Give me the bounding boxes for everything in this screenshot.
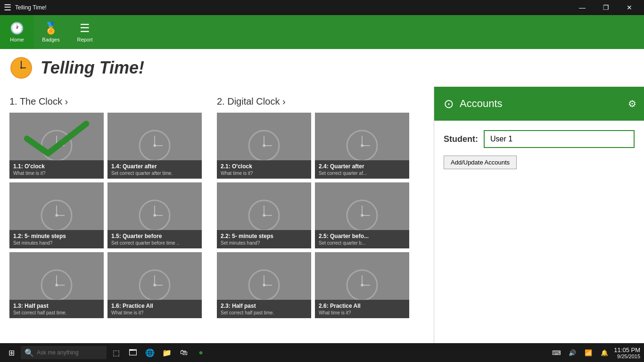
taskbar-app-4[interactable]: 🛍: [176, 345, 191, 360]
card-info-2-5: 2.5: Quarter befo...Set correct quarter …: [315, 230, 409, 248]
card-subtitle: Set correct quarter before time ..: [111, 240, 198, 246]
title-bar-left: ☰ Telling Time!: [4, 2, 47, 13]
card-info-1-4: 1.4: Quarter afterSet correct quarter af…: [107, 160, 202, 179]
app-title: Telling Time!: [15, 4, 47, 11]
report-label: Report: [77, 37, 92, 42]
card-info-2-3: 2.3: Half pastSet correct half past time…: [217, 300, 311, 318]
search-input[interactable]: [37, 349, 103, 356]
keyboard-icon[interactable]: ⌨: [549, 345, 564, 360]
badges-icon: 🏅: [44, 22, 58, 35]
taskview-icon[interactable]: ⬚: [108, 345, 124, 360]
card-subtitle: Set correct half past time.: [221, 310, 307, 315]
card-subtitle: What time is it?: [221, 171, 307, 176]
card-1-4[interactable]: 1.4: Quarter afterSet correct quarter af…: [107, 113, 202, 179]
card-subtitle: Set correct quarter b...: [319, 240, 405, 246]
badges-label: Badges: [42, 37, 59, 42]
card-info-1-1: 1.1: O'clockWhat time is it?: [9, 160, 104, 179]
taskbar-app-3[interactable]: 📁: [159, 345, 174, 360]
taskbar-app-2[interactable]: 🌐: [142, 345, 157, 360]
card-subtitle: Set correct quarter af...: [319, 171, 405, 176]
section-clock: 1. The Clock › 1.1: O'clockWhat time is …: [9, 96, 207, 328]
card-1-6[interactable]: 1.6: Practice AllWhat time is it?: [107, 252, 202, 318]
card-info-2-6: 2.6: Practice AllWhat time is it?: [315, 300, 409, 318]
card-1-2[interactable]: 1.2: 5- minute stepsSet minutes hand?: [9, 182, 104, 248]
card-info-1-3: 1.3: Half pastSet correct half past time…: [9, 300, 104, 318]
card-info-1-5: 1.5: Quarter beforeSet correct quarter b…: [107, 230, 202, 248]
card-subtitle: What time is it?: [319, 310, 405, 315]
section-digital: 2. Digital Clock › 2.1: O'clockWhat time…: [217, 96, 415, 328]
student-row: Student:: [444, 130, 635, 148]
home-label: Home: [10, 37, 24, 42]
badges-button[interactable]: 🏅 Badges: [34, 15, 68, 49]
card-title: 1.4: Quarter after: [111, 163, 198, 170]
search-icon: 🔍: [25, 348, 34, 357]
card-subtitle: Set minutes hand?: [221, 240, 307, 246]
card-subtitle: Set minutes hand?: [13, 240, 100, 246]
card-title: 2.2: 5- minute steps: [221, 233, 307, 239]
taskbar-left: ⊞ 🔍 ⬚ 🗔 🌐 📁 🛍 ●: [4, 345, 208, 360]
close-button[interactable]: ✕: [619, 0, 640, 15]
student-input[interactable]: [484, 130, 635, 148]
card-title: 1.6: Practice All: [111, 303, 198, 309]
card-2-1[interactable]: 2.1: O'clockWhat time is it?: [217, 113, 311, 179]
card-2-6[interactable]: 2.6: Practice AllWhat time is it?: [315, 252, 409, 318]
accounts-close-icon[interactable]: ⚙: [628, 98, 636, 109]
minimize-button[interactable]: —: [571, 0, 593, 15]
cards-grid-clock: 1.1: O'clockWhat time is it? 1.4: Quarte…: [9, 113, 207, 318]
right-panel: ⊙ Accounts ⚙ Student: Add/Update Account…: [434, 87, 644, 343]
app-logo: [9, 56, 33, 80]
card-2-4[interactable]: 2.4: Quarter afterSet correct quarter af…: [315, 113, 409, 179]
card-2-2[interactable]: 2.2: 5- minute stepsSet minutes hand?: [217, 182, 311, 248]
card-info-1-6: 1.6: Practice AllWhat time is it?: [107, 300, 202, 318]
accounts-body: Student: Add/Update Accounts: [434, 121, 644, 179]
card-1-3[interactable]: 1.3: Half pastSet correct half past time…: [9, 252, 104, 318]
card-2-3[interactable]: 2.3: Half pastSet correct half past time…: [217, 252, 311, 318]
title-bar: ☰ Telling Time! — ❐ ✕: [0, 0, 644, 15]
accounts-header: ⊙ Accounts ⚙: [434, 87, 644, 121]
card-subtitle: What time is it?: [13, 171, 100, 176]
home-icon: 🕐: [10, 22, 24, 35]
back-icon[interactable]: ⊙: [444, 97, 454, 111]
volume-icon[interactable]: 🔊: [565, 345, 580, 360]
card-info-2-1: 2.1: O'clockWhat time is it?: [217, 160, 311, 179]
add-update-button[interactable]: Add/Update Accounts: [444, 156, 517, 169]
card-1-1[interactable]: 1.1: O'clockWhat time is it?: [9, 113, 104, 179]
card-1-5[interactable]: 1.5: Quarter beforeSet correct quarter b…: [107, 182, 202, 248]
header: Telling Time!: [0, 49, 644, 87]
card-title: 2.5: Quarter befo...: [319, 233, 405, 239]
taskbar: ⊞ 🔍 ⬚ 🗔 🌐 📁 🛍 ● ⌨ 🔊 📶 🔔 11:05 PM 9/25/20…: [0, 343, 644, 362]
page-title: Telling Time!: [41, 58, 144, 78]
card-title: 2.3: Half past: [221, 303, 307, 309]
section-digital-title[interactable]: 2. Digital Clock ›: [217, 96, 415, 107]
card-info-2-2: 2.2: 5- minute stepsSet minutes hand?: [217, 230, 311, 248]
card-info-2-4: 2.4: Quarter afterSet correct quarter af…: [315, 160, 409, 179]
taskbar-clock[interactable]: 11:05 PM 9/25/2015: [614, 346, 640, 359]
hamburger-icon[interactable]: ☰: [4, 2, 11, 13]
card-title: 1.1: O'clock: [13, 163, 100, 170]
home-button[interactable]: 🕐 Home: [0, 15, 34, 49]
card-title: 2.4: Quarter after: [319, 163, 405, 170]
card-info-1-2: 1.2: 5- minute stepsSet minutes hand?: [9, 230, 104, 248]
card-2-5[interactable]: 2.5: Quarter befo...Set correct quarter …: [315, 182, 409, 248]
card-subtitle: Set correct half past time.: [13, 310, 100, 315]
student-label: Student:: [444, 134, 478, 144]
main-content: 1. The Clock › 1.1: O'clockWhat time is …: [0, 87, 644, 343]
section-clock-title[interactable]: 1. The Clock ›: [9, 96, 207, 107]
card-title: 2.1: O'clock: [221, 163, 307, 170]
maximize-button[interactable]: ❐: [595, 0, 617, 15]
card-subtitle: What time is it?: [111, 310, 198, 315]
cards-grid-digital: 2.1: O'clockWhat time is it? 2.4: Quarte…: [217, 113, 415, 318]
card-title: 1.2: 5- minute steps: [13, 233, 100, 239]
accounts-title: Accounts: [460, 98, 503, 110]
left-panel: 1. The Clock › 1.1: O'clockWhat time is …: [0, 87, 434, 343]
title-bar-controls: — ❐ ✕: [571, 0, 640, 15]
taskbar-right: ⌨ 🔊 📶 🔔 11:05 PM 9/25/2015: [549, 345, 640, 360]
report-icon: ☰: [80, 22, 90, 35]
report-button[interactable]: ☰ Report: [68, 15, 102, 49]
taskbar-app-1[interactable]: 🗔: [125, 345, 140, 360]
taskbar-app-5[interactable]: ●: [193, 345, 208, 360]
notification-icon[interactable]: 🔔: [597, 345, 612, 360]
start-button[interactable]: ⊞: [4, 345, 19, 360]
network-icon[interactable]: 📶: [581, 345, 596, 360]
toolbar: 🕐 Home 🏅 Badges ☰ Report: [0, 15, 644, 49]
